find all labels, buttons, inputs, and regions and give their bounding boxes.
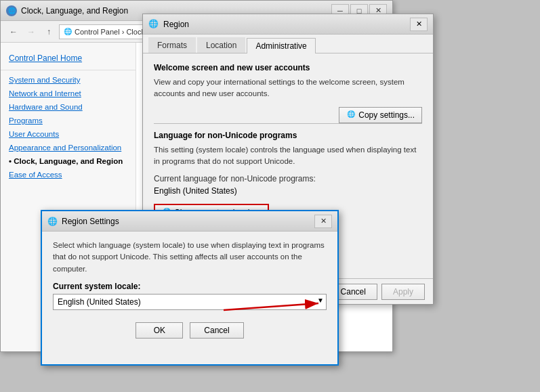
region-dialog-title: Region [163, 20, 189, 29]
section-divider [154, 123, 422, 124]
sidebar-divider [1, 70, 136, 70]
current-lang-value: English (United States) [154, 186, 422, 196]
window-title: Clock, Language, and Region [21, 6, 128, 16]
sidebar-item-programs[interactable]: Programs [1, 114, 136, 127]
copy-settings-label: Copy settings... [358, 110, 415, 120]
rs-footer: OK Cancel [53, 318, 327, 343]
tab-formats[interactable]: Formats [148, 37, 196, 53]
region-dialog-title-left: 🌐 Region [148, 19, 189, 30]
rs-description: Select which language (system locale) to… [53, 240, 327, 275]
rs-select-wrapper: English (United States) English (United … [53, 294, 327, 310]
sidebar-item-system-security[interactable]: System and Security [1, 73, 136, 87]
sidebar-item-hardware-sound[interactable]: Hardware and Sound [1, 100, 136, 114]
forward-button: → [24, 24, 39, 39]
region-dialog-content: Welcome screen and new user accounts Vie… [143, 53, 433, 231]
region-tabs: Formats Location Administrative [143, 35, 433, 53]
copy-settings-icon: 🌐 [346, 110, 356, 120]
rs-cancel-button[interactable]: Cancel [190, 322, 243, 339]
region-dialog-icon: 🌐 [148, 19, 159, 30]
sidebar-item-user-accounts[interactable]: User Accounts [1, 127, 136, 141]
region-dialog-close[interactable]: ✕ [410, 18, 428, 31]
copy-settings-button[interactable]: 🌐 Copy settings... [339, 107, 422, 123]
welcome-text: View and copy your international setting… [154, 77, 422, 100]
tab-location[interactable]: Location [197, 37, 245, 53]
current-lang-label: Current language for non-Unicode program… [154, 174, 422, 183]
rs-title: Region Settings [62, 217, 119, 226]
rs-icon: 🌐 [47, 217, 58, 226]
rs-ok-button[interactable]: OK [136, 322, 183, 339]
rs-locale-select[interactable]: English (United States) English (United … [53, 294, 327, 310]
sidebar-home[interactable]: Control Panel Home [1, 49, 136, 67]
unicode-section: Language for non-Unicode programs This s… [154, 131, 422, 222]
rs-title-bar: 🌐 Region Settings ✕ [42, 211, 337, 232]
unicode-description: This setting (system locale) controls th… [154, 144, 422, 168]
unicode-section-title: Language for non-Unicode programs [154, 131, 422, 140]
region-apply-button[interactable]: Apply [381, 284, 425, 300]
rs-content: Select which language (system locale) to… [42, 232, 337, 351]
app-icon: 🌐 [6, 5, 17, 16]
rs-close-button[interactable]: ✕ [314, 215, 332, 228]
welcome-title: Welcome screen and new user accounts [154, 63, 422, 72]
rs-current-locale-label: Current system locale: [53, 282, 327, 291]
tab-administrative[interactable]: Administrative [247, 38, 315, 53]
address-icon: 🌐 [64, 28, 72, 35]
region-settings-dialog: 🌐 Region Settings ✕ Select which languag… [41, 210, 339, 366]
title-bar-left: 🌐 Clock, Language, and Region [6, 5, 128, 16]
welcome-section: Welcome screen and new user accounts Vie… [154, 63, 422, 100]
sidebar-item-appearance[interactable]: Appearance and Personalization [1, 141, 136, 154]
back-button[interactable]: ← [6, 24, 21, 39]
sidebar-item-ease-of-access[interactable]: Ease of Access [1, 168, 136, 181]
up-button[interactable]: ↑ [41, 24, 56, 39]
region-dialog-titlebar: 🌐 Region ✕ [143, 14, 433, 35]
sidebar-item-clock-language: Clock, Language, and Region [1, 154, 136, 168]
rs-title-left: 🌐 Region Settings [47, 217, 119, 226]
sidebar-item-network-internet[interactable]: Network and Internet [1, 87, 136, 100]
